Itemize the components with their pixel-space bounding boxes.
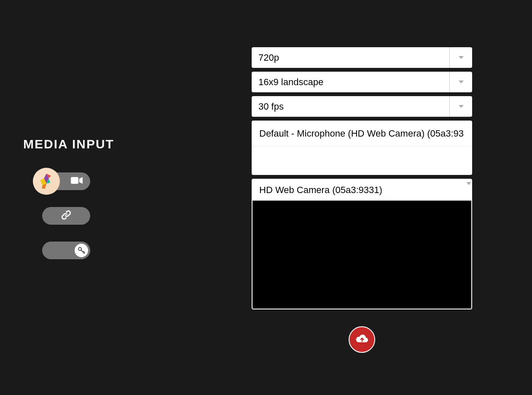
section-title: MEDIA INPUT bbox=[23, 137, 141, 151]
camera-dropdown[interactable]: HD Web Camera (05a3:9331) bbox=[253, 180, 471, 201]
chevron-down-icon bbox=[466, 180, 471, 200]
svg-marker-12 bbox=[459, 81, 464, 83]
chevron-down-icon bbox=[449, 96, 472, 117]
svg-marker-11 bbox=[459, 56, 464, 59]
audio-card-body bbox=[253, 146, 471, 174]
app-avatar bbox=[33, 168, 60, 195]
cloud-upload-icon bbox=[355, 333, 369, 346]
hummingbird-icon bbox=[37, 172, 56, 191]
link-toggle[interactable] bbox=[42, 207, 90, 225]
chevron-down-icon bbox=[449, 72, 472, 92]
camera-device-value: HD Web Camera (05a3:9331) bbox=[253, 180, 466, 200]
resolution-dropdown[interactable]: 720p bbox=[252, 47, 472, 68]
aspect-value: 16x9 landscape bbox=[252, 72, 449, 92]
fps-dropdown[interactable]: 30 fps bbox=[252, 96, 472, 117]
key-icon bbox=[75, 244, 88, 257]
svg-line-9 bbox=[83, 251, 84, 252]
svg-marker-13 bbox=[459, 105, 464, 108]
camera-preview bbox=[253, 201, 471, 309]
audio-device-value: Default - Microphone (HD Web Camera) (05… bbox=[253, 121, 471, 146]
aspect-dropdown[interactable]: 16x9 landscape bbox=[252, 72, 472, 92]
upload-button-wrap bbox=[252, 326, 472, 353]
cloud-upload-button[interactable] bbox=[349, 326, 375, 353]
key-toggle[interactable] bbox=[42, 242, 90, 259]
chevron-down-icon bbox=[449, 47, 472, 68]
video-camera-icon bbox=[71, 176, 83, 186]
toggle-stack bbox=[42, 172, 141, 259]
resolution-value: 720p bbox=[252, 47, 449, 68]
svg-marker-6 bbox=[79, 177, 83, 184]
audio-device-card[interactable]: Default - Microphone (HD Web Camera) (05… bbox=[252, 121, 472, 175]
link-icon bbox=[60, 209, 72, 223]
svg-line-10 bbox=[84, 253, 85, 253]
left-panel: MEDIA INPUT bbox=[23, 137, 141, 259]
camera-device-card: HD Web Camera (05a3:9331) bbox=[252, 179, 472, 309]
fps-value: 30 fps bbox=[252, 96, 449, 117]
svg-marker-14 bbox=[466, 182, 471, 185]
settings-panel: 720p 16x9 landscape 30 fps Default - Mic… bbox=[252, 47, 472, 353]
camera-toggle[interactable] bbox=[42, 172, 90, 190]
page-root: MEDIA INPUT bbox=[0, 0, 532, 395]
svg-rect-5 bbox=[71, 177, 78, 184]
